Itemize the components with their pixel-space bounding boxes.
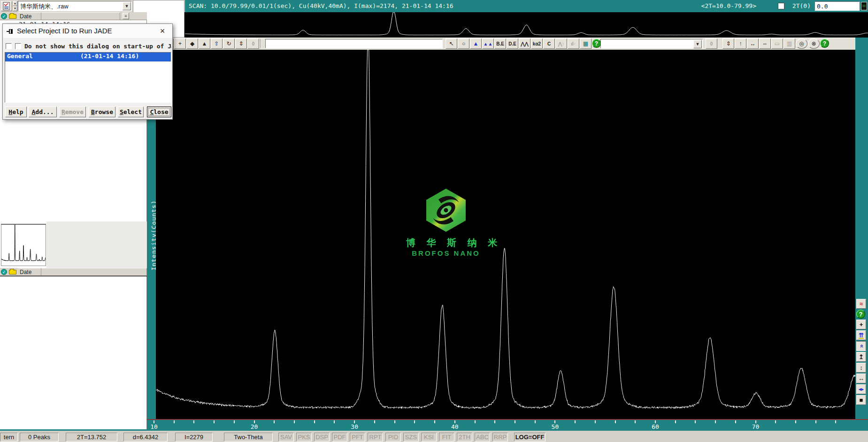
date-column-header[interactable]: Date bbox=[18, 12, 41, 20]
empty-column-header[interactable] bbox=[41, 12, 120, 20]
h-expand-icon[interactable]: ⇔ bbox=[759, 38, 771, 49]
status-cell-rpt[interactable]: RPT bbox=[368, 433, 383, 442]
crystallite-button[interactable]: C bbox=[543, 38, 555, 49]
help-button[interactable]: ? bbox=[592, 39, 601, 48]
check-circle-icon[interactable]: ✓ bbox=[1, 13, 7, 19]
help-button[interactable]: ? bbox=[856, 310, 865, 319]
timer-icon[interactable]: ◎ bbox=[796, 38, 807, 49]
pointer-cursor-icon[interactable]: ↖ bbox=[446, 38, 457, 49]
close-icon[interactable]: × bbox=[156, 25, 169, 37]
data-edit-button[interactable]: D.E bbox=[507, 38, 518, 49]
main-toolbar: ○−+◆▲⇧↻⇕0 ↖○▲▲▲B.ED.E⋀⋀kα2C⋀↑ıl↑▦? ▼ 0 ⇕… bbox=[147, 38, 855, 50]
check-circle-icon[interactable]: ✓ bbox=[1, 269, 7, 275]
help-button[interactable]: Help bbox=[5, 107, 27, 117]
status-cell-fit[interactable]: FIT bbox=[439, 433, 454, 442]
v-resize-icon[interactable]: ↕ bbox=[856, 363, 866, 373]
peak-id-icon[interactable]: ▲ bbox=[470, 38, 482, 49]
status-cell-rrp[interactable]: RRP bbox=[492, 433, 508, 442]
logo-cjk-text: 博 华 斯 纳 米 bbox=[406, 236, 486, 249]
status-cell-tern[interactable]: tern bbox=[0, 433, 18, 442]
status-cell-ksi[interactable]: KSI bbox=[421, 433, 437, 442]
h-scale-icon[interactable]: ↔ bbox=[747, 38, 759, 49]
file-dropdown[interactable]: 博华斯纳米、.raw ▼ bbox=[18, 1, 132, 11]
status-cell-pks[interactable]: PKS bbox=[296, 433, 312, 442]
status-cell-two-theta[interactable]: Two-Theta bbox=[224, 433, 273, 442]
pin-window-icon[interactable]: ▭ bbox=[771, 38, 783, 49]
expand-up-icon[interactable]: ⇈ bbox=[856, 330, 866, 340]
peak-paint-icon[interactable]: ▲▲ bbox=[482, 38, 494, 49]
chevron-down-icon[interactable]: ▼ bbox=[123, 2, 131, 10]
offset-zero-button[interactable]: 0 bbox=[706, 38, 717, 49]
search-input[interactable] bbox=[265, 39, 443, 48]
profile-fit-icon[interactable]: ⋀⋀ bbox=[519, 38, 530, 49]
to-top-icon[interactable]: ↥ bbox=[856, 352, 866, 362]
raw-file-icon[interactable] bbox=[1, 1, 12, 11]
add-button[interactable]: Add... bbox=[29, 107, 57, 117]
report-icon[interactable]: ≈ bbox=[856, 299, 866, 309]
restack-icon[interactable]: ⇕ bbox=[235, 38, 247, 49]
status-cell-abc[interactable]: ABC bbox=[475, 433, 490, 442]
two-theta-zero-input[interactable] bbox=[814, 1, 860, 11]
project-list-item[interactable]: General(21-01-14 14:16) bbox=[5, 53, 171, 61]
browse-button[interactable]: Browse bbox=[89, 107, 115, 117]
expand-icon[interactable]: + bbox=[174, 38, 186, 49]
move-all-icon[interactable]: + bbox=[856, 320, 866, 329]
page-up-icon[interactable]: ⇧ bbox=[211, 38, 223, 49]
refresh-icon[interactable]: ↻ bbox=[223, 38, 235, 49]
scan-info-bar: SCAN: 10.0/79.99/0.01/1(sec), Cu(40kV,40… bbox=[185, 0, 868, 12]
kalpha2-strip-button[interactable]: kα2 bbox=[531, 38, 543, 49]
spinner-up-icon[interactable]: ▲ bbox=[13, 1, 17, 6]
stop-icon[interactable]: ■ bbox=[856, 395, 866, 405]
background-edit-button[interactable]: B.E bbox=[494, 38, 506, 49]
status-cell-dsp[interactable]: DSP bbox=[314, 433, 330, 442]
empty-column-header[interactable] bbox=[41, 268, 147, 275]
status-cell-log-off[interactable]: LOG=OFF bbox=[514, 433, 545, 442]
status-cell-sav[interactable]: SAV bbox=[278, 433, 294, 442]
status-cell-szs[interactable]: SZS bbox=[403, 433, 419, 442]
pattern-overview-strip[interactable] bbox=[185, 12, 868, 38]
status-cell-2th[interactable]: 2TH bbox=[457, 433, 472, 442]
help-button[interactable]: ? bbox=[820, 39, 829, 48]
zero-offset-button[interactable]: 0 bbox=[247, 38, 259, 49]
folder-icon[interactable] bbox=[9, 14, 16, 19]
dialog-checkbox-secondary[interactable] bbox=[15, 43, 21, 49]
remove-button[interactable]: Remove bbox=[59, 107, 86, 117]
close-button[interactable]: Close bbox=[147, 107, 171, 117]
h-resize-icon[interactable]: ↔ bbox=[856, 373, 866, 383]
panel-grip-button[interactable]: ≡ bbox=[123, 13, 129, 19]
abort-icon[interactable]: ⊗ bbox=[808, 38, 820, 49]
select-button[interactable]: Select bbox=[118, 107, 144, 117]
status-cell-pft[interactable]: PFT bbox=[350, 433, 365, 442]
two-theta-zero-checkbox[interactable] bbox=[778, 3, 784, 9]
diffraction-plot[interactable] bbox=[156, 50, 855, 419]
zoom-tool-icon[interactable]: ○ bbox=[458, 38, 469, 49]
dialog-titlebar[interactable]: Select Project ID to Run JADE × bbox=[3, 24, 172, 38]
status-cell-i-2279[interactable]: I=2279 bbox=[175, 433, 213, 442]
phase-combo[interactable]: ▼ bbox=[600, 39, 703, 48]
project-list[interactable]: General(21-01-14 14:16) bbox=[5, 52, 171, 103]
h-span-icon[interactable]: ◆ bbox=[186, 38, 198, 49]
date-column-header[interactable]: Date bbox=[18, 268, 41, 275]
h-span-icon[interactable]: ◀▶ bbox=[856, 384, 866, 394]
display-mode-button[interactable] bbox=[861, 2, 867, 10]
bars-raise-icon[interactable]: ıl↑ bbox=[568, 38, 579, 49]
bar-view-icon[interactable]: ▥ bbox=[784, 38, 795, 49]
file-spinner[interactable]: ▲ ▼ bbox=[13, 1, 17, 11]
status-cell-0-peaks[interactable]: 0 Peaks bbox=[20, 433, 59, 442]
status-cell-d-6-4342[interactable]: d=6.4342 bbox=[123, 433, 168, 442]
pattern-thumbnail[interactable] bbox=[1, 224, 46, 266]
v-expand-icon[interactable]: ↑ bbox=[735, 38, 746, 49]
diffraction-trace bbox=[156, 50, 855, 419]
v-scale-icon[interactable]: ⇕ bbox=[722, 38, 734, 49]
dialog-checkbox[interactable] bbox=[6, 43, 12, 49]
spinner-down-icon[interactable]: ▼ bbox=[13, 6, 17, 11]
chevron-down-icon[interactable]: ▼ bbox=[693, 40, 702, 48]
status-cell-pdf[interactable]: PDF bbox=[332, 433, 347, 442]
chevrons-up-icon[interactable]: » bbox=[856, 341, 866, 351]
status-cell-2t-13-752[interactable]: 2T=13.752 bbox=[66, 433, 117, 442]
scale-up-icon[interactable]: ▲ bbox=[199, 38, 210, 49]
grid-toggle-icon[interactable]: ▦ bbox=[580, 38, 591, 49]
folder-icon[interactable] bbox=[9, 270, 16, 274]
status-cell-pid[interactable]: PID bbox=[385, 433, 401, 442]
peak-raise-icon[interactable]: ⋀↑ bbox=[555, 38, 567, 49]
